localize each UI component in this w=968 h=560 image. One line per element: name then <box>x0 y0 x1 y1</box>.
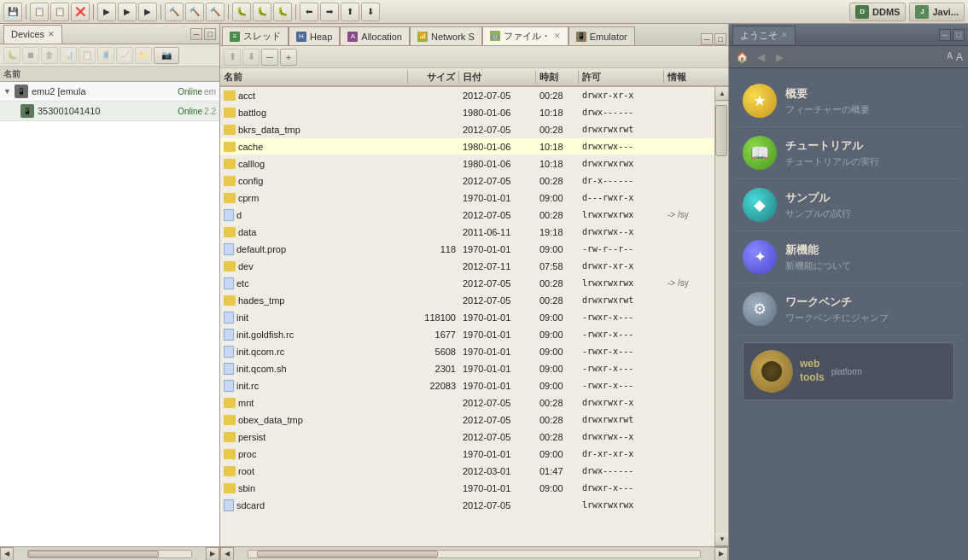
tab-allocation[interactable]: A Allocation <box>340 26 410 45</box>
toolbar-btn-11[interactable]: 🐛 <box>253 3 271 21</box>
table-row[interactable]: default.prop 118 1970-01-01 09:00 -rw-r-… <box>220 241 714 258</box>
file-list[interactable]: acct 2012-07-05 00:28 drwxr-xr-x battlog… <box>220 87 714 546</box>
table-row[interactable]: data 2011-06-11 19:18 drwxrwx--x <box>220 224 714 241</box>
toolbar-btn-4[interactable]: ▶ <box>97 3 116 21</box>
file-push-btn[interactable]: ⬆ <box>224 49 241 66</box>
toolbar-btn-12[interactable]: 🐛 <box>273 3 292 21</box>
file-name: cprm <box>238 193 259 203</box>
device-row-emu2[interactable]: ▼ 📱 emu2 [emula Online em <box>0 82 219 102</box>
h-scroll-track[interactable] <box>248 550 701 558</box>
file-name: calllog <box>238 159 265 169</box>
welcome-item[interactable]: ★ 概要 フィーチャーの概要 <box>736 75 961 127</box>
dev-alloc-btn[interactable]: 📋 <box>79 47 96 64</box>
tab-emulator[interactable]: 📱 Emulator <box>569 26 635 45</box>
table-row[interactable]: calllog 1980-01-06 10:18 drwxrwxrwx <box>220 155 714 172</box>
toolbar-btn-2[interactable]: 📋 <box>50 3 69 21</box>
table-row[interactable]: bkrs_data_tmp 2012-07-05 00:28 drwxrwxrw… <box>220 121 714 138</box>
table-row[interactable]: init.qcom.sh 2301 1970-01-01 09:00 -rwxr… <box>220 360 714 377</box>
tab-thread[interactable]: ≡ スレッド <box>222 26 289 45</box>
right-minimize-btn[interactable]: ─ <box>939 29 951 41</box>
devices-tab[interactable]: Devices ✕ <box>3 25 62 44</box>
dev-gc-btn[interactable]: 🗑 <box>41 47 58 64</box>
welcome-item[interactable]: ⚙ ワークベンチ ワークベンチにジャンプ <box>736 283 961 335</box>
table-row[interactable]: init 118100 1970-01-01 09:00 -rwxr-x--- <box>220 309 714 326</box>
v-scroll-down[interactable]: ▼ <box>715 533 728 546</box>
dev-screenshot-btn[interactable]: 📷 <box>154 47 179 64</box>
toolbar-btn-8[interactable]: 🔨 <box>185 3 204 21</box>
toolbar-save-btn[interactable]: 💾 <box>3 3 22 21</box>
tab-heap[interactable]: H Heap <box>289 26 340 45</box>
table-row[interactable]: hades_tmp 2012-07-05 00:28 drwxrwxrwt <box>220 292 714 309</box>
v-scroll-up[interactable]: ▲ <box>715 87 728 101</box>
toolbar-btn-16[interactable]: ⬇ <box>361 3 380 21</box>
maximize-btn[interactable]: □ <box>204 28 216 40</box>
java-perspective-btn[interactable]: J Javi... <box>909 3 965 21</box>
table-row[interactable]: init.qcom.rc 5608 1970-01-01 09:00 -rwxr… <box>220 343 714 360</box>
scroll-left-arrow[interactable]: ◀ <box>0 547 14 561</box>
table-row[interactable]: d 2012-07-05 00:28 lrwxrwxrwx -> /sy <box>220 207 714 224</box>
scroll-right-arrow[interactable]: ▶ <box>206 547 219 561</box>
table-row[interactable]: sdcard 2012-07-05 lrwxrwxrwx <box>220 497 714 514</box>
dev-debug-btn[interactable]: 🐛 <box>3 47 20 64</box>
scroll-track[interactable] <box>27 550 192 558</box>
h-scroll-left[interactable]: ◀ <box>220 547 234 561</box>
h-scroll-right[interactable]: ▶ <box>714 547 728 561</box>
tab-network[interactable]: 📶 Network S <box>410 26 482 45</box>
file-pull-btn[interactable]: ⬇ <box>242 49 259 66</box>
welcome-item[interactable]: 📖 チュートリアル チュートリアルの実行 <box>736 127 961 179</box>
table-row[interactable]: persist 2012-07-05 00:28 drwxrwx--x <box>220 429 714 446</box>
table-row[interactable]: root 2012-03-01 01:47 drwx------ <box>220 463 714 480</box>
file-time-cell: 09:00 <box>536 449 579 459</box>
toolbar-btn-7[interactable]: 🔨 <box>165 3 184 21</box>
toolbar-btn-10[interactable]: 🐛 <box>232 3 251 21</box>
minimize-btn[interactable]: ─ <box>190 28 202 40</box>
table-row[interactable]: cache 1980-01-06 10:18 drwxrwx--- <box>220 138 714 155</box>
nav-forward-btn[interactable]: ▶ <box>772 50 787 65</box>
table-row[interactable]: init.goldfish.rc 1677 1970-01-01 09:00 -… <box>220 326 714 343</box>
table-row[interactable]: obex_data_tmp 2012-07-05 00:28 drwxrwxrw… <box>220 411 714 429</box>
table-row[interactable]: mnt 2012-07-05 00:28 drwxrwxr-x <box>220 394 714 411</box>
v-scroll-track[interactable] <box>715 101 728 533</box>
table-row[interactable]: init.rc 22083 1970-01-01 09:00 -rwxr-x--… <box>220 377 714 394</box>
table-row[interactable]: acct 2012-07-05 00:28 drwxr-xr-x <box>220 87 714 104</box>
table-row[interactable]: cprm 1970-01-01 09:00 d---rwxr-x <box>220 190 714 207</box>
table-row[interactable]: dev 2012-07-11 07:58 drwxr-xr-x <box>220 258 714 275</box>
ddms-perspective-btn[interactable]: D DDMS <box>849 3 906 21</box>
mid-minimize-btn[interactable]: ─ <box>701 33 713 45</box>
right-maximize-btn[interactable]: □ <box>953 29 965 41</box>
toolbar-btn-9[interactable]: 🔨 <box>206 3 225 21</box>
table-row[interactable]: sbin 1970-01-01 09:00 drwxr-x--- <box>220 480 714 497</box>
file-name-cell: sbin <box>220 483 408 493</box>
dev-method-btn[interactable]: 📈 <box>116 47 133 64</box>
welcome-item[interactable]: ◆ サンプル サンプルの試行 <box>736 179 961 231</box>
nav-back-btn[interactable]: ◀ <box>753 50 768 65</box>
nav-home-btn[interactable]: 🏠 <box>734 50 749 65</box>
toolbar-btn-1[interactable]: 📋 <box>30 3 49 21</box>
toolbar-btn-14[interactable]: ➡ <box>320 3 339 21</box>
welcome-tab[interactable]: ようこそ ✕ <box>732 26 796 44</box>
toolbar-btn-6[interactable]: ▶ <box>138 3 157 21</box>
dev-stop-btn[interactable]: ⏹ <box>22 47 39 64</box>
file-plus-btn[interactable]: + <box>280 49 297 66</box>
dev-heap-btn[interactable]: 📊 <box>60 47 77 64</box>
toolbar-btn-15[interactable]: ⬆ <box>341 3 359 21</box>
welcome-item[interactable]: ✦ 新機能 新機能について <box>736 231 961 283</box>
toolbar-btn-5[interactable]: ▶ <box>118 3 137 21</box>
table-row[interactable]: battlog 1980-01-06 10:18 drwx------ <box>220 104 714 121</box>
file-tab-close[interactable]: ✕ <box>554 32 561 40</box>
file-minus-btn[interactable]: ─ <box>261 49 278 66</box>
file-date-cell: 2012-07-05 <box>459 295 536 306</box>
toolbar-btn-13[interactable]: ⬅ <box>300 3 318 21</box>
dev-thread-btn[interactable]: 🧵 <box>97 47 114 64</box>
table-row[interactable]: etc 2012-07-05 00:28 lrwxrwxrwx -> /sy <box>220 275 714 292</box>
table-row[interactable]: proc 1970-01-01 09:00 dr-xr-xr-x <box>220 446 714 463</box>
dev-file-btn[interactable]: 📁 <box>135 47 152 64</box>
welcome-tab-close[interactable]: ✕ <box>781 31 788 39</box>
mid-maximize-btn[interactable]: □ <box>714 33 726 45</box>
tab-file[interactable]: 🤖 ファイル・ ✕ <box>482 26 569 45</box>
web-tools-widget[interactable]: webtools platform <box>743 342 954 400</box>
devices-tab-close[interactable]: ✕ <box>48 30 55 38</box>
toolbar-btn-3[interactable]: ❌ <box>71 3 90 21</box>
table-row[interactable]: config 2012-07-05 00:28 dr-x------ <box>220 172 714 190</box>
device-row-353[interactable]: 📱 353001041410 Online 2.2 <box>0 102 219 121</box>
